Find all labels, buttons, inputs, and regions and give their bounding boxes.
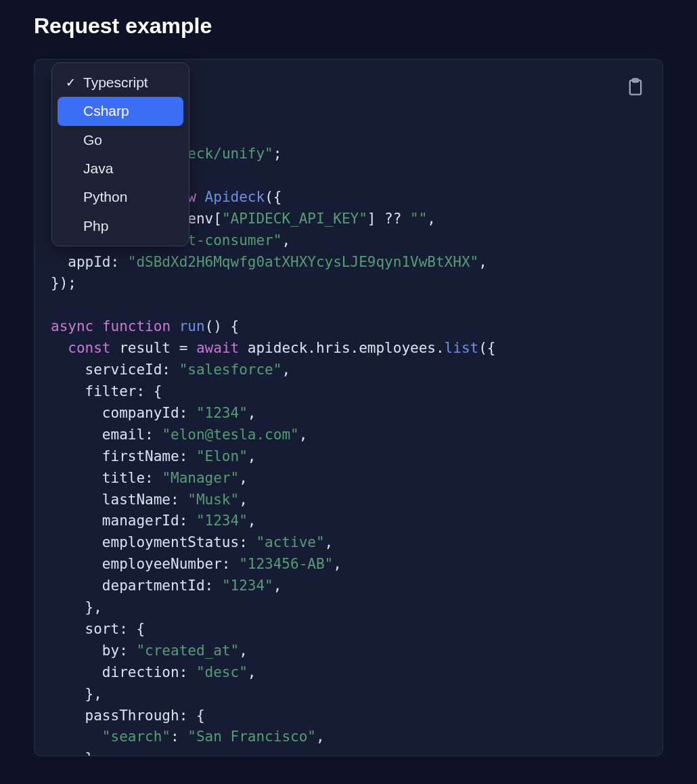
code-token: [196, 189, 205, 205]
code-token: appId:: [51, 254, 128, 270]
code-token: ({: [265, 189, 282, 205]
code-token: "1234": [196, 405, 248, 421]
code-token: },: [51, 686, 102, 702]
code-token: ,: [325, 534, 334, 550]
code-token: ,: [282, 362, 290, 378]
code-token: ] ??: [367, 211, 410, 227]
code-token: title:: [51, 470, 162, 486]
code-token: by:: [51, 643, 136, 659]
code-token: });: [51, 275, 76, 291]
code-token: employmentStatus:: [51, 534, 256, 550]
language-option-python[interactable]: Python: [58, 183, 183, 211]
language-option-label: Go: [83, 131, 102, 150]
code-token: ,: [273, 578, 282, 594]
code-token: "salesforce": [179, 362, 282, 378]
code-token: apideck.hris.employees.: [239, 340, 444, 356]
code-token: ({: [478, 340, 495, 356]
code-token: :: [171, 728, 187, 745]
code-token: Apideck: [205, 189, 265, 205]
code-token: ,: [478, 254, 487, 270]
code-token: "1234": [222, 578, 273, 594]
code-token: companyId:: [51, 405, 196, 421]
language-option-label: Java: [83, 159, 113, 178]
code-token: "active": [256, 534, 324, 550]
language-option-label: Php: [83, 217, 108, 236]
code-token: "1234": [196, 513, 248, 529]
code-token: "elon@tesla.com": [162, 427, 298, 443]
code-token: "APIDECK_API_KEY": [222, 211, 367, 227]
code-token: await: [196, 340, 239, 356]
language-option-csharp[interactable]: Csharp: [58, 97, 183, 125]
code-token: ,: [248, 405, 256, 421]
code-token: "desc": [196, 664, 248, 680]
code-token: direction:: [51, 664, 196, 680]
code-token: ,: [248, 664, 256, 680]
language-option-php[interactable]: Php: [58, 212, 183, 240]
language-option-java[interactable]: Java: [58, 154, 183, 183]
code-token: ,: [248, 448, 256, 464]
code-token: function: [102, 318, 171, 334]
code-token: },: [51, 750, 102, 756]
code-token: serviceId:: [51, 362, 179, 378]
code-token: ,: [239, 492, 248, 508]
code-token: "Manager": [162, 470, 239, 486]
code-token: [51, 728, 102, 745]
checkmark-icon: ✓: [66, 74, 79, 91]
code-token: ,: [248, 513, 256, 529]
code-token: filter: {: [51, 383, 162, 399]
clipboard-icon: [626, 77, 645, 96]
code-token: ,: [239, 643, 248, 659]
code-token: managerId:: [51, 513, 196, 529]
language-option-label: Typescript: [83, 73, 148, 92]
code-token: [171, 318, 179, 334]
code-token: email:: [51, 427, 162, 443]
language-option-label: Python: [83, 188, 127, 206]
code-token: ;: [273, 146, 282, 162]
language-option-go[interactable]: Go: [58, 126, 183, 154]
code-token: result =: [111, 340, 196, 356]
code-token: async: [51, 318, 93, 334]
code-token: ,: [427, 211, 436, 227]
code-token: () {: [205, 318, 240, 334]
code-token: [93, 318, 102, 334]
code-token: passThrough: {: [51, 707, 205, 724]
code-token: },: [51, 599, 102, 615]
copy-button[interactable]: [623, 74, 648, 99]
code-token: ,: [333, 556, 342, 572]
language-option-typescript[interactable]: ✓Typescript: [58, 68, 183, 97]
code-token: "search": [102, 728, 171, 745]
code-token: lastName:: [51, 492, 187, 508]
code-token: "Elon": [196, 448, 248, 464]
code-token: list: [445, 340, 479, 356]
code-token: ,: [282, 232, 290, 248]
code-token: "Musk": [187, 492, 239, 508]
code-token: [51, 340, 68, 356]
code-token: sort: {: [51, 621, 145, 637]
code-token: "123456-AB": [239, 556, 333, 572]
code-token: "dSBdXd2H6Mqwfg0atXHXYcysLJE9qyn1VwBtXHX…: [128, 254, 478, 270]
section-heading: Request example: [34, 14, 663, 39]
code-token: firstName:: [51, 448, 196, 464]
language-dropdown[interactable]: ✓TypescriptCsharpGoJavaPythonPhp: [51, 62, 189, 246]
code-token: ,: [239, 470, 248, 486]
code-token: ,: [299, 427, 308, 443]
code-token: departmentId:: [51, 578, 222, 594]
code-token: "San Francisco": [187, 728, 316, 745]
code-token: const: [68, 340, 110, 356]
code-token: run: [179, 318, 205, 334]
code-token: "": [410, 211, 427, 227]
language-option-label: Csharp: [83, 102, 129, 121]
code-token: ,: [316, 728, 325, 745]
code-token: "created_at": [136, 643, 239, 659]
code-token: employeeNumber:: [51, 556, 239, 572]
